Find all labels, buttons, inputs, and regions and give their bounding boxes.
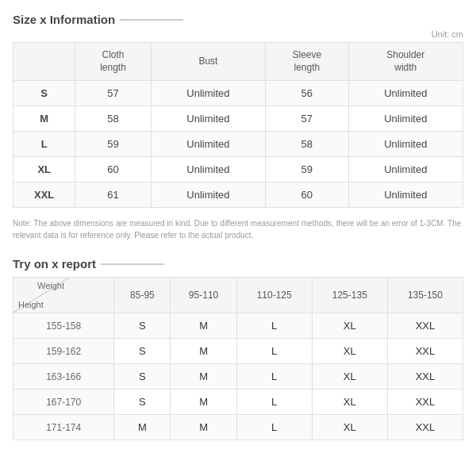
table-cell: XL (312, 390, 387, 415)
table-cell: M (114, 415, 171, 440)
table-cell: XXL (387, 313, 463, 339)
table-cell: 159-162 (13, 339, 114, 364)
table-cell: 155-158 (13, 313, 114, 339)
table-cell: XXL (387, 364, 463, 390)
weight-col-1: 85-95 (114, 278, 171, 313)
table-cell: M (171, 339, 236, 364)
table-row: 167-170SMLXLXXL (13, 390, 463, 415)
table-cell: L (236, 415, 312, 440)
table-cell: XL (312, 364, 387, 390)
table-row: 155-158SMLXLXXL (13, 313, 463, 339)
table-cell: S (114, 339, 171, 364)
table-cell: M (171, 390, 236, 415)
table-row: XXL61Unlimited60Unlimited (13, 182, 463, 208)
table-cell: 59 (75, 132, 151, 157)
col-sleeve-length: Sleevelength (266, 43, 348, 81)
table-cell: S (13, 81, 75, 106)
table-cell: 57 (266, 106, 348, 132)
col-bust: Bust (151, 43, 265, 81)
table-cell: Unlimited (348, 157, 463, 182)
table-cell: Unlimited (151, 182, 265, 208)
unit-label: Unit: cm (13, 29, 463, 39)
weight-col-3: 110-125 (236, 278, 312, 313)
table-cell: 61 (75, 182, 151, 208)
table-row: 171-174MMLXLXXL (13, 415, 463, 440)
weight-col-5: 135-150 (387, 278, 463, 313)
col-cloth-length: Clothlength (75, 43, 151, 81)
table-cell: L (236, 339, 312, 364)
table-row: M58Unlimited57Unlimited (13, 106, 463, 132)
table-cell: S (114, 313, 171, 339)
table-cell: 59 (266, 157, 348, 182)
col-shoulder-width: Shoulderwidth (348, 43, 463, 81)
table-cell: Unlimited (348, 106, 463, 132)
table-cell: XL (13, 157, 75, 182)
table-cell: M (13, 106, 75, 132)
table-row: 159-162SMLXLXXL (13, 339, 463, 364)
table-cell: L (236, 390, 312, 415)
table-row: 163-166SMLXLXXL (13, 364, 463, 390)
table-cell: Unlimited (151, 132, 265, 157)
table-cell: M (171, 415, 236, 440)
table-cell: L (236, 313, 312, 339)
table-cell: M (171, 364, 236, 390)
table-cell: XL (312, 313, 387, 339)
section1-title: Size x Information (13, 13, 463, 26)
table-cell: 167-170 (13, 390, 114, 415)
table-cell: 58 (75, 106, 151, 132)
table-row: L59Unlimited58Unlimited (13, 132, 463, 157)
table-cell: Unlimited (151, 157, 265, 182)
corner-height-label: Height (18, 300, 44, 309)
table-cell: XL (312, 415, 387, 440)
section2-title: Try on x report (13, 257, 463, 271)
col-size (13, 43, 75, 81)
corner-header: Weight Height (13, 278, 114, 313)
weight-col-2: 95-110 (171, 278, 236, 313)
table-cell: Unlimited (348, 132, 463, 157)
table-cell: 58 (266, 132, 348, 157)
tryon-table: Weight Height 85-95 95-110 110-125 125-1… (13, 277, 463, 440)
table-row: XL60Unlimited59Unlimited (13, 157, 463, 182)
table-cell: 171-174 (13, 415, 114, 440)
table-cell: XXL (387, 415, 463, 440)
table-cell: S (114, 390, 171, 415)
corner-weight-label: Weight (37, 281, 64, 290)
table-cell: Unlimited (151, 106, 265, 132)
table-cell: Unlimited (348, 182, 463, 208)
table-cell: L (13, 132, 75, 157)
size-table: Clothlength Bust Sleevelength Shoulderwi… (13, 42, 463, 208)
weight-col-4: 125-135 (312, 278, 387, 313)
table-row: S57Unlimited56Unlimited (13, 81, 463, 106)
table-cell: Unlimited (348, 81, 463, 106)
table-cell: XXL (387, 339, 463, 364)
table-cell: M (171, 313, 236, 339)
table-cell: XXL (387, 390, 463, 415)
table-cell: Unlimited (151, 81, 265, 106)
table-cell: L (236, 364, 312, 390)
table-cell: 163-166 (13, 364, 114, 390)
table-cell: 56 (266, 81, 348, 106)
table-cell: S (114, 364, 171, 390)
note-text: Note: The above dimensions are measured … (13, 214, 463, 244)
table-cell: 60 (75, 157, 151, 182)
table-cell: XXL (13, 182, 75, 208)
table-cell: 60 (266, 182, 348, 208)
table-cell: 57 (75, 81, 151, 106)
table-cell: XL (312, 339, 387, 364)
